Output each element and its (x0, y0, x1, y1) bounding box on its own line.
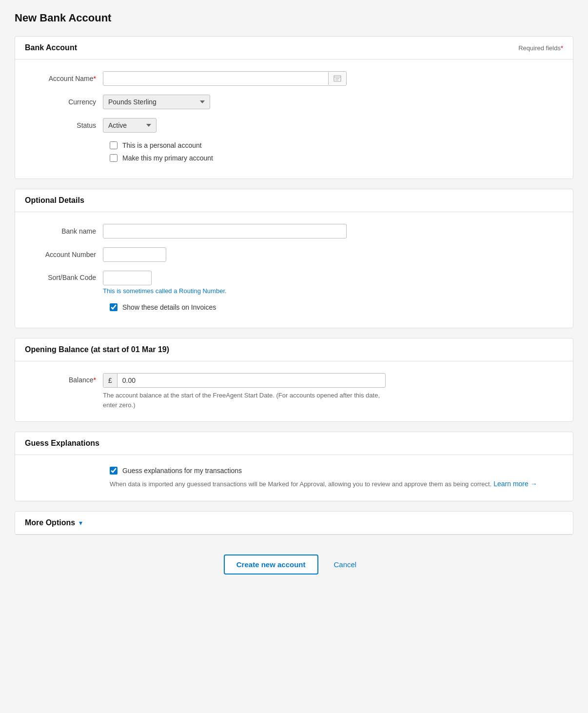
create-account-button[interactable]: Create new account (224, 555, 318, 574)
more-options-header[interactable]: More Options ▾ (15, 512, 573, 535)
personal-account-row: This is a personal account (25, 141, 563, 149)
balance-hint: The account balance at the start of the … (103, 391, 386, 410)
optional-details-card: Optional Details Bank name Account Numbe… (15, 189, 573, 328)
bank-name-label: Bank name (25, 227, 103, 235)
more-options-title: More Options (25, 518, 75, 527)
optional-details-body: Bank name Account Number Sort/Bank Code … (15, 212, 573, 328)
bank-account-header: Bank Account Required fields* (15, 37, 573, 59)
balance-input-group: £ (103, 373, 386, 388)
guess-explanations-body: Guess explanations for my transactions W… (15, 455, 573, 501)
guess-checkbox-row: Guess explanations for my transactions (25, 467, 563, 475)
balance-input[interactable] (118, 374, 166, 387)
optional-details-header: Optional Details (15, 189, 573, 212)
routing-hint: This is sometimes called a Routing Numbe… (103, 287, 227, 295)
bank-account-title: Bank Account (25, 43, 77, 52)
currency-select[interactable]: Pounds Sterling US Dollar Euro (103, 95, 210, 109)
show-invoices-checkbox[interactable] (110, 303, 118, 311)
show-invoices-row: Show these details on Invoices (25, 303, 563, 311)
status-select[interactable]: Active Inactive (103, 118, 157, 133)
sort-code-field: This is sometimes called a Routing Numbe… (103, 271, 227, 295)
required-fields-label: Required fields* (518, 44, 563, 52)
opening-balance-body: Balance* £ The account balance at the st… (15, 361, 573, 421)
account-name-input-wrapper (103, 71, 347, 86)
bank-name-row: Bank name (25, 224, 563, 238)
opening-balance-card: Opening Balance (at start of 01 Mar 19) … (15, 338, 573, 422)
bank-name-input[interactable] (103, 224, 347, 238)
primary-account-row: Make this my primary account (25, 154, 563, 162)
opening-balance-header: Opening Balance (at start of 01 Mar 19) (15, 338, 573, 361)
primary-account-label[interactable]: Make this my primary account (122, 154, 213, 162)
sort-code-label: Sort/Bank Code (25, 271, 103, 281)
guess-explanations-card: Guess Explanations Guess explanations fo… (15, 432, 573, 501)
balance-field: £ The account balance at the start of th… (103, 373, 386, 410)
balance-prefix: £ (103, 374, 118, 387)
account-name-input[interactable] (103, 72, 328, 85)
more-options-card: More Options ▾ (15, 511, 573, 535)
balance-label: Balance* (25, 373, 103, 384)
status-label: Status (25, 121, 103, 129)
chevron-down-icon: ▾ (79, 519, 82, 527)
personal-account-label[interactable]: This is a personal account (122, 141, 202, 149)
guess-description: When data is imported any guessed transa… (110, 480, 491, 488)
guess-description-block: When data is imported any guessed transa… (25, 479, 563, 489)
guess-explanations-label[interactable]: Guess explanations for my transactions (122, 467, 242, 475)
primary-account-checkbox[interactable] (110, 154, 118, 162)
cancel-button[interactable]: Cancel (326, 555, 365, 574)
account-number-input[interactable] (103, 247, 166, 262)
account-number-label: Account Number (25, 251, 103, 258)
account-name-label: Account Name* (25, 75, 103, 82)
guess-explanations-header: Guess Explanations (15, 432, 573, 455)
page-title: New Bank Account (15, 12, 573, 24)
guess-explanations-title: Guess Explanations (25, 439, 99, 448)
opening-balance-title: Opening Balance (at start of 01 Mar 19) (25, 345, 169, 354)
account-name-icon (328, 72, 346, 85)
show-invoices-label[interactable]: Show these details on Invoices (122, 303, 216, 311)
sort-code-row: Sort/Bank Code This is sometimes called … (25, 271, 563, 295)
learn-more-link[interactable]: Learn more → (493, 480, 537, 488)
account-name-row: Account Name* (25, 71, 563, 86)
currency-label: Currency (25, 98, 103, 106)
currency-row: Currency Pounds Sterling US Dollar Euro (25, 95, 563, 109)
sort-code-input[interactable] (103, 271, 152, 285)
bank-account-body: Account Name* Currency Pounds Sterling (15, 59, 573, 178)
personal-account-checkbox[interactable] (110, 141, 118, 149)
footer-buttons: Create new account Cancel (15, 545, 573, 579)
optional-details-title: Optional Details (25, 196, 84, 205)
balance-row: Balance* £ The account balance at the st… (25, 373, 563, 410)
more-options-header-content: More Options ▾ (25, 518, 82, 527)
bank-account-card: Bank Account Required fields* Account Na… (15, 36, 573, 179)
status-row: Status Active Inactive (25, 118, 563, 133)
account-number-row: Account Number (25, 247, 563, 262)
required-star: * (561, 44, 563, 52)
guess-explanations-checkbox[interactable] (110, 467, 118, 475)
